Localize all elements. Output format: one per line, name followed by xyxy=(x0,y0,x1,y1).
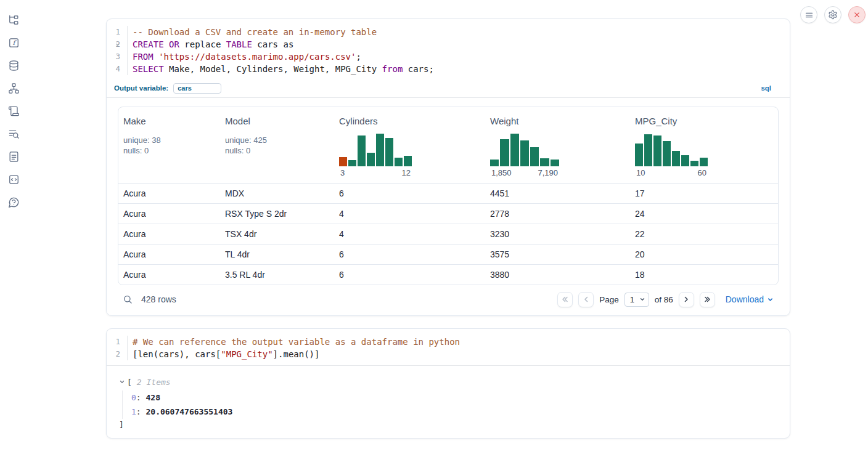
menu-icon xyxy=(805,10,814,20)
table-row[interactable]: AcuraRSX Type S 2dr4277824 xyxy=(118,203,778,224)
table-cell: 3230 xyxy=(485,229,630,239)
left-sidebar: f xyxy=(0,0,27,449)
close-icon xyxy=(853,10,861,19)
histogram-bar xyxy=(395,158,403,166)
row-count: 428 rows xyxy=(141,294,176,304)
python-cell: 12 # We can reference the output variabl… xyxy=(106,328,790,439)
svg-text:f: f xyxy=(12,39,17,46)
table-row[interactable]: Acura3.5 RL 4dr6388018 xyxy=(118,264,778,285)
table-cell: MDX xyxy=(220,188,334,198)
histogram-bar xyxy=(644,134,652,166)
table-cell: Acura xyxy=(118,270,220,280)
column-header-weight[interactable]: Weight xyxy=(490,116,518,126)
settings-button[interactable] xyxy=(824,6,841,23)
close-button[interactable] xyxy=(848,6,866,23)
table-cell: 22 xyxy=(630,229,778,239)
snippets-icon[interactable] xyxy=(7,173,20,185)
line-number: 2 xyxy=(107,348,120,360)
table-cell: 6 xyxy=(334,188,485,198)
table-cell: 3.5 RL 4dr xyxy=(220,270,334,280)
histogram-bar xyxy=(367,153,375,166)
weight-histogram: 1,850 7,190 xyxy=(490,132,559,177)
page-total-label: of 86 xyxy=(655,295,673,304)
column-header-make[interactable]: Make xyxy=(123,116,146,126)
line-number: 3 xyxy=(107,51,120,63)
line-number-gutter: 1234 xyxy=(107,26,128,75)
table-cell: 4 xyxy=(334,229,485,239)
logs-icon[interactable] xyxy=(7,127,20,140)
help-icon[interactable] xyxy=(7,196,20,208)
sql-cell: 1234 -- Download a CSV and create an in-… xyxy=(106,18,790,316)
table-cell: 3880 xyxy=(485,270,630,280)
line-number: 4 xyxy=(107,63,120,75)
table-cell: Acura xyxy=(118,229,220,239)
first-page-icon xyxy=(562,296,569,303)
page-select[interactable]: 1 xyxy=(624,293,649,307)
file-explorer-icon[interactable] xyxy=(7,14,20,26)
table-cell: 3575 xyxy=(485,249,630,259)
code-line: SELECT Make, Model, Cylinders, Weight, M… xyxy=(133,63,790,75)
histogram-bar xyxy=(385,138,393,166)
datasources-icon[interactable] xyxy=(7,59,20,71)
last-page-button[interactable] xyxy=(700,292,715,307)
line-number-gutter: 12 xyxy=(107,336,128,360)
cylinders-histogram: 3 12 xyxy=(339,132,412,177)
histogram-bar xyxy=(540,158,549,166)
column-stats: unique: 38 nulls: 0 xyxy=(123,135,215,156)
table-row[interactable]: AcuraTSX 4dr4323022 xyxy=(118,224,778,244)
code-line: [len(cars), cars["MPG_City"].mean()] xyxy=(133,348,790,360)
code-line: CREATE OR replace TABLE cars as xyxy=(133,38,790,51)
table-cell: 24 xyxy=(630,209,778,219)
documentation-icon[interactable] xyxy=(7,150,20,163)
table-row[interactable]: AcuraMDX6445117 xyxy=(118,183,778,203)
histogram-bar xyxy=(530,147,539,166)
topbar-controls xyxy=(800,6,866,23)
next-page-button[interactable] xyxy=(679,292,694,307)
histogram-bar xyxy=(690,161,698,166)
table-row[interactable]: AcuraTL 4dr6357520 xyxy=(118,244,778,264)
table-body: AcuraMDX6445117AcuraRSX Type S 2dr427782… xyxy=(118,183,778,285)
first-page-button[interactable] xyxy=(557,292,573,307)
table-cell: 17 xyxy=(630,188,778,198)
menu-button[interactable] xyxy=(800,6,817,23)
scratchpad-icon[interactable] xyxy=(7,105,20,117)
histogram-bar xyxy=(551,160,559,166)
table-footer: 428 rows Page 1 of 86 xyxy=(118,285,779,313)
column-header-cylinders[interactable]: Cylinders xyxy=(339,116,378,126)
search-icon[interactable] xyxy=(123,294,133,304)
python-code-editor[interactable]: # We can reference the output variable a… xyxy=(128,336,790,360)
items-count-label: 2 Items xyxy=(137,378,171,387)
histogram-bar xyxy=(500,139,509,166)
column-stats: unique: 425 nulls: 0 xyxy=(225,135,329,156)
close-bracket: ] xyxy=(119,420,790,432)
column-header-mpg-city[interactable]: MPG_City xyxy=(635,116,677,126)
histogram-bar xyxy=(339,157,347,166)
sql-code-editor[interactable]: -- Download a CSV and create an in-memor… xyxy=(128,26,790,75)
tree-children: 0: 4281: 20.060747663551403 xyxy=(122,390,790,419)
table-cell: 4451 xyxy=(485,188,630,198)
language-badge[interactable]: sql xyxy=(761,84,771,92)
prev-page-button[interactable] xyxy=(578,292,594,307)
histogram-bar xyxy=(404,156,412,166)
fold-chevron-icon[interactable] xyxy=(115,42,120,47)
download-button[interactable]: Download xyxy=(726,294,774,304)
histogram-bar xyxy=(663,141,671,166)
histogram-bar xyxy=(700,158,708,166)
line-number: 2 xyxy=(107,38,120,51)
functions-icon[interactable]: f xyxy=(7,36,20,49)
column-header-model[interactable]: Model xyxy=(225,116,250,126)
code-line: -- Download a CSV and create an in-memor… xyxy=(133,26,790,38)
page-label: Page xyxy=(599,295,619,304)
table-cell: Acura xyxy=(118,188,220,198)
table-cell: 20 xyxy=(630,249,778,259)
prev-page-icon xyxy=(583,296,590,303)
list-item: 1: 20.060747663551403 xyxy=(131,405,790,419)
last-page-icon xyxy=(703,296,711,303)
table-cell: Acura xyxy=(118,249,220,259)
dependency-graph-icon[interactable] xyxy=(7,82,20,94)
histogram-bar xyxy=(348,160,356,166)
output-variable-input[interactable] xyxy=(173,83,221,94)
histogram-bar xyxy=(490,160,499,166)
table-cell: 6 xyxy=(334,249,485,259)
collapse-chevron-icon[interactable] xyxy=(119,379,125,385)
